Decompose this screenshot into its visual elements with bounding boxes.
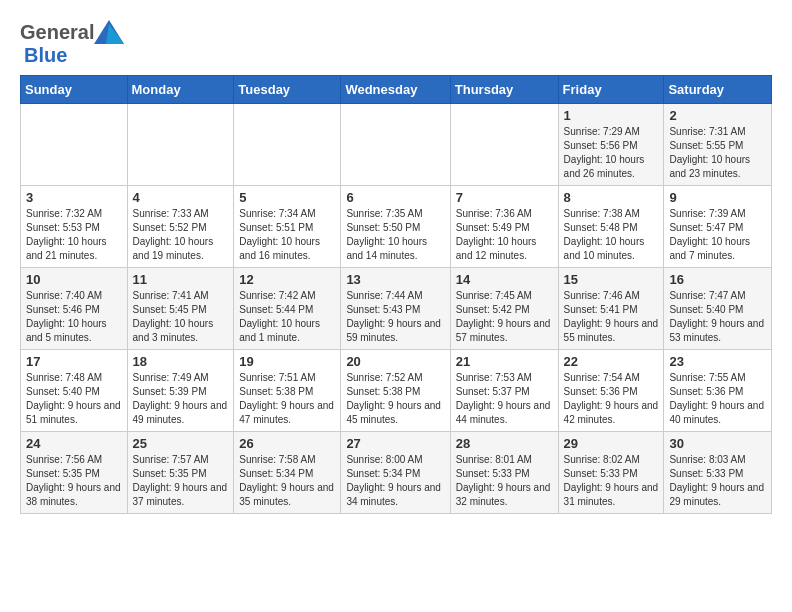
day-info: Sunrise: 7:38 AM Sunset: 5:48 PM Dayligh…: [564, 207, 659, 263]
calendar-cell: 5Sunrise: 7:34 AM Sunset: 5:51 PM Daylig…: [234, 186, 341, 268]
day-number: 12: [239, 272, 335, 287]
calendar-cell: [450, 104, 558, 186]
calendar-cell: 16Sunrise: 7:47 AM Sunset: 5:40 PM Dayli…: [664, 268, 772, 350]
day-info: Sunrise: 8:01 AM Sunset: 5:33 PM Dayligh…: [456, 453, 553, 509]
day-number: 29: [564, 436, 659, 451]
day-number: 24: [26, 436, 122, 451]
calendar-cell: 24Sunrise: 7:56 AM Sunset: 5:35 PM Dayli…: [21, 432, 128, 514]
day-number: 30: [669, 436, 766, 451]
day-info: Sunrise: 7:41 AM Sunset: 5:45 PM Dayligh…: [133, 289, 229, 345]
day-info: Sunrise: 7:32 AM Sunset: 5:53 PM Dayligh…: [26, 207, 122, 263]
svg-marker-1: [106, 24, 124, 44]
day-info: Sunrise: 7:44 AM Sunset: 5:43 PM Dayligh…: [346, 289, 444, 345]
calendar-cell: 25Sunrise: 7:57 AM Sunset: 5:35 PM Dayli…: [127, 432, 234, 514]
day-info: Sunrise: 7:48 AM Sunset: 5:40 PM Dayligh…: [26, 371, 122, 427]
calendar-cell: 2Sunrise: 7:31 AM Sunset: 5:55 PM Daylig…: [664, 104, 772, 186]
day-number: 28: [456, 436, 553, 451]
calendar-cell: 26Sunrise: 7:58 AM Sunset: 5:34 PM Dayli…: [234, 432, 341, 514]
calendar-cell: 30Sunrise: 8:03 AM Sunset: 5:33 PM Dayli…: [664, 432, 772, 514]
calendar-cell: 14Sunrise: 7:45 AM Sunset: 5:42 PM Dayli…: [450, 268, 558, 350]
day-number: 23: [669, 354, 766, 369]
day-info: Sunrise: 7:58 AM Sunset: 5:34 PM Dayligh…: [239, 453, 335, 509]
day-number: 26: [239, 436, 335, 451]
day-number: 9: [669, 190, 766, 205]
calendar-cell: 23Sunrise: 7:55 AM Sunset: 5:36 PM Dayli…: [664, 350, 772, 432]
day-info: Sunrise: 7:53 AM Sunset: 5:37 PM Dayligh…: [456, 371, 553, 427]
day-number: 22: [564, 354, 659, 369]
day-info: Sunrise: 7:42 AM Sunset: 5:44 PM Dayligh…: [239, 289, 335, 345]
day-info: Sunrise: 7:29 AM Sunset: 5:56 PM Dayligh…: [564, 125, 659, 181]
day-number: 6: [346, 190, 444, 205]
calendar-cell: 18Sunrise: 7:49 AM Sunset: 5:39 PM Dayli…: [127, 350, 234, 432]
day-info: Sunrise: 7:34 AM Sunset: 5:51 PM Dayligh…: [239, 207, 335, 263]
weekday-header-row: SundayMondayTuesdayWednesdayThursdayFrid…: [21, 76, 772, 104]
day-number: 3: [26, 190, 122, 205]
day-info: Sunrise: 7:55 AM Sunset: 5:36 PM Dayligh…: [669, 371, 766, 427]
day-info: Sunrise: 7:49 AM Sunset: 5:39 PM Dayligh…: [133, 371, 229, 427]
calendar-cell: 28Sunrise: 8:01 AM Sunset: 5:33 PM Dayli…: [450, 432, 558, 514]
calendar-cell: 29Sunrise: 8:02 AM Sunset: 5:33 PM Dayli…: [558, 432, 664, 514]
calendar-cell: 20Sunrise: 7:52 AM Sunset: 5:38 PM Dayli…: [341, 350, 450, 432]
day-number: 13: [346, 272, 444, 287]
day-number: 1: [564, 108, 659, 123]
day-number: 8: [564, 190, 659, 205]
calendar-week-3: 10Sunrise: 7:40 AM Sunset: 5:46 PM Dayli…: [21, 268, 772, 350]
calendar-cell: 15Sunrise: 7:46 AM Sunset: 5:41 PM Dayli…: [558, 268, 664, 350]
day-info: Sunrise: 7:51 AM Sunset: 5:38 PM Dayligh…: [239, 371, 335, 427]
day-info: Sunrise: 7:31 AM Sunset: 5:55 PM Dayligh…: [669, 125, 766, 181]
day-number: 4: [133, 190, 229, 205]
day-number: 5: [239, 190, 335, 205]
day-info: Sunrise: 8:00 AM Sunset: 5:34 PM Dayligh…: [346, 453, 444, 509]
day-info: Sunrise: 7:56 AM Sunset: 5:35 PM Dayligh…: [26, 453, 122, 509]
calendar-cell: [341, 104, 450, 186]
calendar-cell: [21, 104, 128, 186]
weekday-header-friday: Friday: [558, 76, 664, 104]
day-info: Sunrise: 7:46 AM Sunset: 5:41 PM Dayligh…: [564, 289, 659, 345]
calendar-week-1: 1Sunrise: 7:29 AM Sunset: 5:56 PM Daylig…: [21, 104, 772, 186]
day-info: Sunrise: 8:03 AM Sunset: 5:33 PM Dayligh…: [669, 453, 766, 509]
day-number: 27: [346, 436, 444, 451]
calendar-cell: [127, 104, 234, 186]
weekday-header-monday: Monday: [127, 76, 234, 104]
calendar-cell: 8Sunrise: 7:38 AM Sunset: 5:48 PM Daylig…: [558, 186, 664, 268]
day-info: Sunrise: 7:45 AM Sunset: 5:42 PM Dayligh…: [456, 289, 553, 345]
calendar-cell: 21Sunrise: 7:53 AM Sunset: 5:37 PM Dayli…: [450, 350, 558, 432]
day-info: Sunrise: 7:47 AM Sunset: 5:40 PM Dayligh…: [669, 289, 766, 345]
calendar-week-2: 3Sunrise: 7:32 AM Sunset: 5:53 PM Daylig…: [21, 186, 772, 268]
weekday-header-thursday: Thursday: [450, 76, 558, 104]
weekday-header-tuesday: Tuesday: [234, 76, 341, 104]
day-info: Sunrise: 7:33 AM Sunset: 5:52 PM Dayligh…: [133, 207, 229, 263]
day-info: Sunrise: 7:52 AM Sunset: 5:38 PM Dayligh…: [346, 371, 444, 427]
day-number: 21: [456, 354, 553, 369]
calendar-cell: 10Sunrise: 7:40 AM Sunset: 5:46 PM Dayli…: [21, 268, 128, 350]
header: GeneralBlue: [20, 20, 772, 67]
day-info: Sunrise: 8:02 AM Sunset: 5:33 PM Dayligh…: [564, 453, 659, 509]
weekday-header-wednesday: Wednesday: [341, 76, 450, 104]
calendar-cell: 3Sunrise: 7:32 AM Sunset: 5:53 PM Daylig…: [21, 186, 128, 268]
day-number: 11: [133, 272, 229, 287]
page: GeneralBlue SundayMondayTuesdayWednesday…: [0, 0, 792, 524]
day-number: 7: [456, 190, 553, 205]
logo-general-text: General: [20, 21, 94, 44]
day-number: 14: [456, 272, 553, 287]
calendar-cell: [234, 104, 341, 186]
calendar-cell: 19Sunrise: 7:51 AM Sunset: 5:38 PM Dayli…: [234, 350, 341, 432]
calendar-cell: 13Sunrise: 7:44 AM Sunset: 5:43 PM Dayli…: [341, 268, 450, 350]
day-number: 19: [239, 354, 335, 369]
calendar: SundayMondayTuesdayWednesdayThursdayFrid…: [20, 75, 772, 514]
logo-row: General: [20, 20, 124, 44]
calendar-cell: 7Sunrise: 7:36 AM Sunset: 5:49 PM Daylig…: [450, 186, 558, 268]
day-number: 17: [26, 354, 122, 369]
calendar-cell: 11Sunrise: 7:41 AM Sunset: 5:45 PM Dayli…: [127, 268, 234, 350]
calendar-week-4: 17Sunrise: 7:48 AM Sunset: 5:40 PM Dayli…: [21, 350, 772, 432]
calendar-week-5: 24Sunrise: 7:56 AM Sunset: 5:35 PM Dayli…: [21, 432, 772, 514]
weekday-header-sunday: Sunday: [21, 76, 128, 104]
day-info: Sunrise: 7:35 AM Sunset: 5:50 PM Dayligh…: [346, 207, 444, 263]
day-info: Sunrise: 7:57 AM Sunset: 5:35 PM Dayligh…: [133, 453, 229, 509]
calendar-cell: 9Sunrise: 7:39 AM Sunset: 5:47 PM Daylig…: [664, 186, 772, 268]
logo-area: GeneralBlue: [20, 20, 124, 67]
calendar-cell: 12Sunrise: 7:42 AM Sunset: 5:44 PM Dayli…: [234, 268, 341, 350]
weekday-header-saturday: Saturday: [664, 76, 772, 104]
day-number: 25: [133, 436, 229, 451]
day-number: 18: [133, 354, 229, 369]
